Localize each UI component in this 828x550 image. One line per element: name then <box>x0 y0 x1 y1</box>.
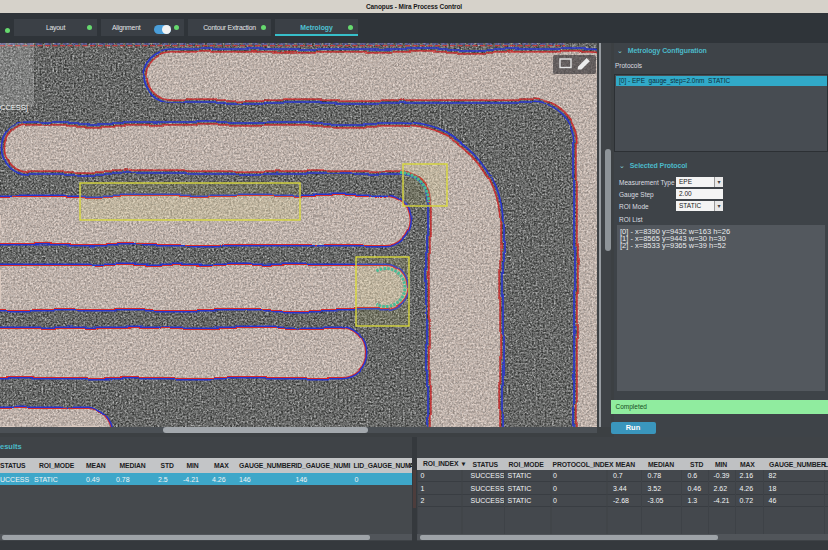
svg-text:CCESS]: CCESS] <box>0 103 28 112</box>
